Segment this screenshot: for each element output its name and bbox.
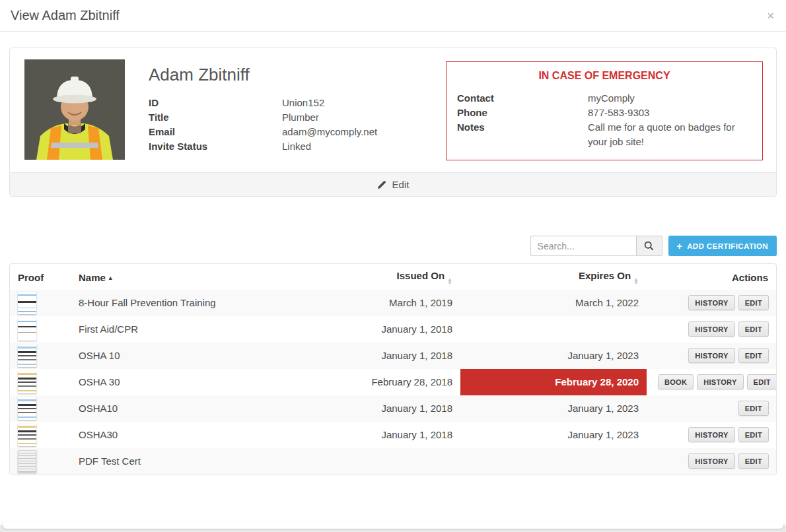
proof-thumbnail[interactable] <box>18 424 36 446</box>
search-button[interactable] <box>636 236 662 256</box>
edit-button[interactable]: EDIT <box>738 453 769 469</box>
cert-name: First Aid/CPR <box>71 316 348 343</box>
certification-row: First Aid/CPR January 1, 2018 HISTORYEDI… <box>10 316 776 343</box>
proof-thumbnail[interactable] <box>18 450 36 473</box>
field-value: Linked <box>282 139 311 154</box>
profile-field-invite-status: Invite Status Linked <box>149 139 446 154</box>
field-value: Call me for a quote on badges for your j… <box>588 120 752 149</box>
worker-photo <box>24 59 125 160</box>
modal-bottom-edge <box>3 522 783 529</box>
issued-on: January 1, 2018 <box>348 395 460 422</box>
close-icon[interactable]: × <box>767 10 774 22</box>
edit-button[interactable]: Edit <box>10 172 776 196</box>
field-label: ID <box>149 96 282 110</box>
issued-on: January 1, 2018 <box>348 316 460 343</box>
search-input[interactable] <box>530 236 636 256</box>
proof-thumbnail[interactable] <box>18 371 36 393</box>
certification-row: PDF Test Cert HISTORYEDIT <box>10 448 776 475</box>
add-certification-label: ADD CERTIFICATION <box>687 242 768 250</box>
history-button[interactable]: HISTORY <box>688 321 734 337</box>
search-icon <box>644 241 654 251</box>
expires-on <box>460 448 647 475</box>
certifications-table-card: Proof Name▲ Issued On▲▼ Expires On▲▼ Act… <box>9 263 777 475</box>
history-button[interactable]: HISTORY <box>688 427 734 442</box>
column-header-actions: Actions <box>647 264 776 290</box>
pencil-icon <box>377 180 386 189</box>
edit-button[interactable]: EDIT <box>738 401 769 416</box>
emergency-field-notes: Notes Call me for a quote on badges for … <box>457 120 752 149</box>
cert-name: OSHA 10 <box>71 343 348 369</box>
proof-cell[interactable] <box>10 290 71 316</box>
proof-cell[interactable] <box>10 395 71 422</box>
edit-button[interactable]: EDIT <box>747 374 777 389</box>
field-label: Email <box>149 125 282 139</box>
edit-button[interactable]: EDIT <box>738 321 769 337</box>
profile-body: Adam Zbitniff ID Union152 Title Plumber … <box>10 48 776 172</box>
certification-row: OSHA 30 February 28, 2018 February 28, 2… <box>10 369 776 395</box>
field-label: Notes <box>457 120 588 149</box>
certification-row: 8-Hour Fall Prevention Training March 1,… <box>10 290 776 316</box>
proof-cell[interactable] <box>10 343 71 369</box>
book-button[interactable]: BOOK <box>658 374 694 389</box>
issued-on <box>348 448 460 475</box>
edit-button[interactable]: EDIT <box>738 348 769 363</box>
expires-on: March 1, 2022 <box>460 290 647 316</box>
certification-row: OSHA 10 January 1, 2018 January 1, 2023 … <box>10 343 776 369</box>
emergency-contact-box: IN CASE OF EMERGENCY Contact myComply Ph… <box>446 61 763 160</box>
actions-cell: HISTORYEDIT <box>647 448 776 475</box>
cert-name: OSHA10 <box>71 395 348 422</box>
sort-asc-icon: ▲ <box>108 275 114 281</box>
proof-thumbnail[interactable] <box>18 397 36 420</box>
proof-cell[interactable] <box>10 369 71 395</box>
proof-cell[interactable] <box>10 316 71 343</box>
issued-on: March 1, 2019 <box>348 290 460 316</box>
proof-thumbnail[interactable] <box>18 318 36 341</box>
sort-both-icon: ▲▼ <box>633 279 639 285</box>
profile-field-email: Email adam@mycomply.net <box>149 125 446 139</box>
proof-cell[interactable] <box>10 422 71 448</box>
profile-field-title: Title Plumber <box>149 110 446 125</box>
edit-button[interactable]: EDIT <box>738 427 769 442</box>
field-value: 877-583-9303 <box>588 106 752 120</box>
profile-field-id: ID Union152 <box>149 96 446 110</box>
worker-photo-illustration <box>24 59 125 160</box>
proof-cell[interactable] <box>10 448 71 475</box>
actions-cell: BOOKHISTORYEDIT <box>647 369 776 395</box>
history-button[interactable]: HISTORY <box>697 374 743 389</box>
actions-cell: HISTORYEDIT <box>647 316 776 343</box>
history-button[interactable]: HISTORY <box>688 295 734 310</box>
expires-on: January 1, 2023 <box>460 395 647 422</box>
emergency-title: IN CASE OF EMERGENCY <box>457 70 752 82</box>
expires-on: January 1, 2023 <box>460 422 647 448</box>
modal-title: View Adam Zbitniff <box>11 8 120 23</box>
actions-cell: HISTORYEDIT <box>647 343 776 369</box>
proof-thumbnail[interactable] <box>18 345 36 367</box>
actions-cell: HISTORYEDIT <box>647 290 776 316</box>
search-group <box>530 236 662 256</box>
column-header-issued-on[interactable]: Issued On▲▼ <box>348 264 460 290</box>
expires-on: January 1, 2023 <box>460 343 647 369</box>
field-label: Invite Status <box>149 139 282 154</box>
cert-name: 8-Hour Fall Prevention Training <box>71 290 348 316</box>
sort-both-icon: ▲▼ <box>447 279 452 285</box>
add-certification-button[interactable]: + ADD CERTIFICATION <box>668 236 777 256</box>
worker-name: Adam Zbitniff <box>149 65 446 85</box>
column-header-proof: Proof <box>10 264 71 290</box>
edit-button[interactable]: EDIT <box>738 295 769 310</box>
proof-thumbnail[interactable] <box>18 292 36 314</box>
plus-icon: + <box>677 242 683 251</box>
certifications-toolbar: + ADD CERTIFICATION <box>9 236 777 256</box>
certification-row: OSHA30 January 1, 2018 January 1, 2023 H… <box>10 422 776 448</box>
column-header-expires-on[interactable]: Expires On▲▼ <box>460 264 647 290</box>
history-button[interactable]: HISTORY <box>688 453 734 469</box>
history-button[interactable]: HISTORY <box>688 348 734 363</box>
issued-on: January 1, 2018 <box>348 343 460 369</box>
field-label: Phone <box>457 106 588 120</box>
expires-on: February 28, 2020 <box>460 369 647 395</box>
column-header-name[interactable]: Name▲ <box>71 264 348 290</box>
field-label: Title <box>149 110 282 125</box>
cert-name: OSHA30 <box>71 422 348 448</box>
issued-on: February 28, 2018 <box>348 369 460 395</box>
actions-cell: EDIT <box>647 395 776 422</box>
field-value: Plumber <box>282 110 319 125</box>
